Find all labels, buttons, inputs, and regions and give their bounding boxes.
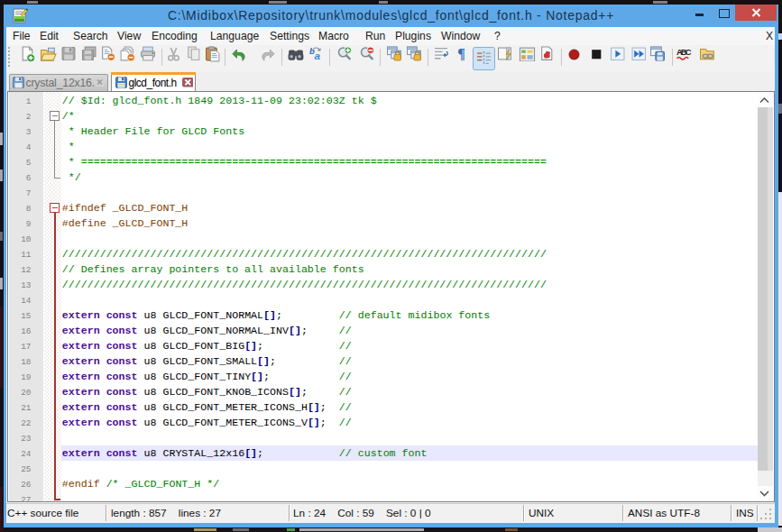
svg-text:ABC: ABC [676,48,692,57]
svg-text:¶: ¶ [457,46,465,61]
svg-text:a: a [314,50,320,61]
